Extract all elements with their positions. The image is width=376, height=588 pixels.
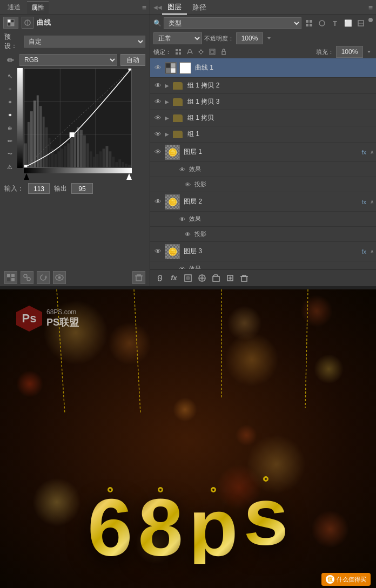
layer-eye-group-copy[interactable]: 👁: [152, 113, 163, 124]
folder-icon-copy: [173, 114, 183, 122]
delete-icon[interactable]: [132, 271, 145, 284]
visibility-icon[interactable]: [53, 271, 66, 284]
fill-input[interactable]: [336, 46, 363, 58]
tab-channel[interactable]: 通道: [3, 1, 25, 13]
layer-eye-group-copy2[interactable]: 👁: [152, 80, 163, 91]
mask-icon[interactable]: [183, 273, 193, 283]
layer-eye-group-copy3[interactable]: 👁: [152, 97, 163, 107]
slider-row[interactable]: [24, 173, 132, 180]
collapse-icon[interactable]: ◀◀: [153, 4, 160, 11]
layer-group1[interactable]: 👁 ▶ 组 1: [150, 126, 376, 143]
tab-properties[interactable]: 属性: [27, 1, 49, 14]
filter-text-icon[interactable]: T: [330, 18, 340, 29]
clip-icon[interactable]: [21, 271, 33, 284]
layer-eye-2[interactable]: 👁: [152, 197, 163, 207]
group-expand-icon-copy[interactable]: ▶: [165, 115, 171, 121]
tab-paths[interactable]: 路径: [187, 1, 212, 14]
input-label: 输入：: [4, 184, 24, 193]
cursor-tool[interactable]: ↖: [4, 70, 16, 82]
layer-group-copy[interactable]: 👁 ▶ 组 1 拷贝: [150, 110, 376, 126]
panel-menu-icon[interactable]: ≡: [142, 3, 146, 12]
sub-eye-effect-3[interactable]: 👁: [177, 264, 187, 269]
link-icon[interactable]: [155, 273, 165, 283]
group-expand-icon-copy2[interactable]: ▶: [165, 83, 171, 89]
lock-pixel-icon[interactable]: [173, 47, 183, 57]
blend-mode-select[interactable]: 正常: [153, 32, 202, 44]
reset-icon[interactable]: [37, 271, 50, 284]
layer-thumb-2: 🪙: [165, 194, 180, 209]
svg-rect-54: [7, 278, 10, 281]
sample-tool[interactable]: ⊕: [4, 122, 16, 134]
lock-paint-icon[interactable]: [185, 47, 194, 57]
filter-adjust-icon[interactable]: [317, 18, 327, 29]
sub-eye-effect-1[interactable]: 👁: [177, 165, 187, 174]
preset-select[interactable]: 自定: [24, 36, 145, 48]
layer-expand-3[interactable]: ∧: [370, 248, 374, 254]
curves-mask-icon[interactable]: [3, 17, 18, 29]
eyedropper-white[interactable]: ✦: [4, 109, 16, 121]
lock-move-icon[interactable]: [196, 47, 206, 57]
filter-smart-icon[interactable]: [355, 18, 366, 29]
layer-item-3[interactable]: 👁 🪙 图层 3 fx ∧: [150, 242, 376, 261]
channel-select[interactable]: RGB: [19, 54, 117, 66]
output-value[interactable]: 95: [71, 183, 93, 194]
layer-name-group-copy: 组 1 拷贝: [185, 113, 374, 123]
bokeh-4: [225, 333, 279, 387]
sub-item-shadow-1: 👁 投影: [150, 177, 376, 192]
preset-label: 预设：: [4, 32, 21, 51]
tab-layers[interactable]: 图层: [162, 1, 187, 15]
layers-menu-icon[interactable]: ≡: [368, 3, 373, 12]
group-icon[interactable]: [211, 273, 221, 283]
auto-button[interactable]: 自动: [120, 54, 145, 66]
sub-eye-shadow-2[interactable]: 👁: [183, 229, 192, 239]
layer-item-curves1[interactable]: 👁 曲线 1: [150, 58, 376, 78]
layer-expand-2[interactable]: ∧: [370, 199, 374, 205]
lock-artboard-icon[interactable]: [207, 47, 217, 57]
eyedropper-gray[interactable]: ✦: [4, 96, 16, 108]
layer-eye-3[interactable]: 👁: [152, 246, 163, 257]
pencil-tool[interactable]: ✏: [4, 135, 16, 147]
histogram-container[interactable]: [24, 68, 132, 168]
smooth-tool[interactable]: 〜: [4, 148, 16, 160]
layer-thumb-curves1: [165, 62, 177, 74]
letter-6: 6: [88, 491, 132, 564]
svg-marker-80: [200, 49, 202, 51]
layer-fx-2: fx: [361, 199, 368, 205]
sub-eye-effect-2[interactable]: 👁: [177, 214, 187, 224]
eyedropper-black[interactable]: ✦: [4, 83, 16, 95]
input-value[interactable]: 113: [28, 183, 50, 194]
filter-active-dot: [368, 18, 373, 22]
curve-pencil-icon[interactable]: ✏: [4, 54, 16, 66]
new-layer-icon[interactable]: [225, 273, 236, 283]
tools-column: ↖ ✦ ✦ ✦ ⊕ ✏ 〜 ⚠: [2, 68, 17, 180]
svg-rect-51: [24, 165, 27, 167]
layer-eye-1[interactable]: 👁: [152, 147, 163, 158]
filter-pixel-icon[interactable]: [304, 18, 314, 29]
lock-all-icon[interactable]: [219, 47, 229, 57]
layer-group-copy3[interactable]: 👁 ▶ 组 1 拷贝 3: [150, 94, 376, 110]
bottom-badge: 值 什么值得买: [321, 573, 371, 586]
svg-rect-38: [99, 151, 102, 167]
search-icon: 🔍: [153, 19, 162, 27]
sub-eye-shadow-1[interactable]: 👁: [183, 180, 192, 190]
layer-group-copy2[interactable]: 👁 ▶ 组 1 拷贝 2: [150, 78, 376, 94]
group-expand-icon-copy3[interactable]: ▶: [165, 99, 171, 105]
layer-item-1[interactable]: 👁 🪙 图层 1 fx ∧: [150, 143, 376, 162]
ornament-letters: 6 8 p s: [0, 476, 376, 564]
folder-icon-copy3: [173, 98, 183, 106]
layer-item-2[interactable]: 👁 🪙 图层 2 fx ∧: [150, 192, 376, 212]
group-expand-icon1[interactable]: ▶: [165, 131, 171, 137]
delete-layer-icon[interactable]: [239, 273, 250, 283]
sub-name-shadow-2: 投影: [194, 230, 206, 238]
curves-type-icon[interactable]: [22, 17, 33, 29]
opacity-input[interactable]: [236, 32, 263, 44]
adjustment-layer-icon[interactable]: [197, 273, 207, 283]
layer-expand-1[interactable]: ∧: [370, 149, 374, 155]
layer-eye-curves1[interactable]: 👁: [152, 63, 163, 73]
filter-type-select[interactable]: 类型: [164, 17, 301, 29]
layer-eye-group1[interactable]: 👁: [152, 129, 163, 140]
fx-icon[interactable]: fx: [169, 273, 179, 283]
filter-shape-icon[interactable]: ⬜: [343, 18, 353, 29]
adjustment-icon[interactable]: [4, 271, 17, 284]
svg-rect-26: [61, 148, 63, 167]
